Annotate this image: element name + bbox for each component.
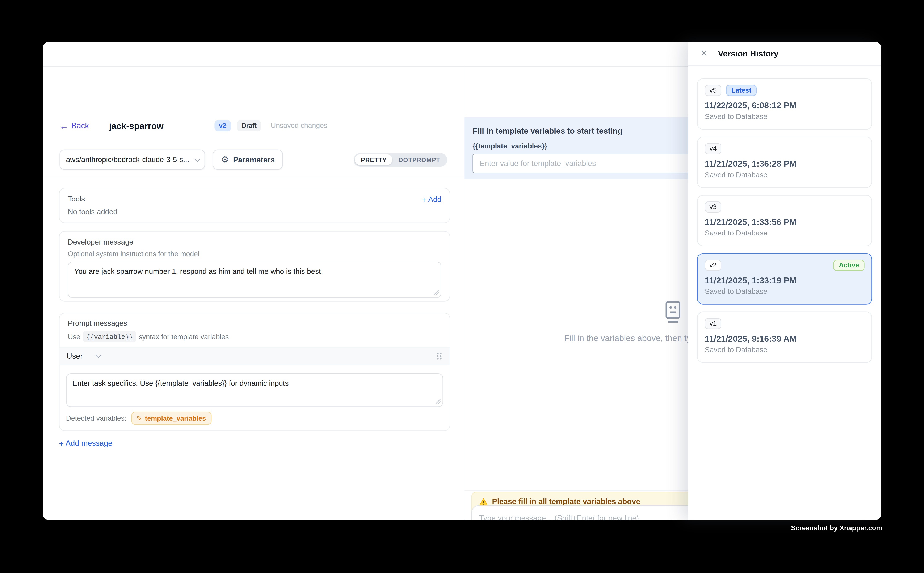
close-icon[interactable]: ✕ [700,49,708,58]
watermark: Screenshot by Xnapper.com [791,524,882,531]
version-number-badge: v4 [705,143,722,155]
version-number-badge: v5 [705,85,722,96]
version-card[interactable]: v5Latest11/22/2025, 6:08:12 PMSaved to D… [697,78,872,130]
version-card[interactable]: v411/21/2025, 1:36:28 PMSaved to Databas… [697,137,872,188]
prompt-messages-title: Prompt messages [68,319,441,328]
back-label: Back [71,121,89,130]
version-timestamp: 11/21/2025, 9:16:39 AM [705,334,864,343]
developer-message-card: Developer message Optional system instru… [59,231,450,302]
detected-variables-label: Detected variables: [66,414,126,422]
warning-title: Please fill in all template variables ab… [492,497,640,506]
version-number-badge: v1 [705,318,722,329]
version-status: Saved to Database [705,287,864,296]
version-card[interactable]: v311/21/2025, 1:33:56 PMSaved to Databas… [697,195,872,246]
tools-title: Tools [68,195,85,204]
model-selector[interactable]: aws/anthropic/bedrock-claude-3-5-s... [60,150,205,170]
screenshot-stage: ← Back jack-sparrow v2 Draft Unsaved cha… [0,0,924,573]
variable-syntax-chip: {{variable}} [83,331,136,342]
version-status: Saved to Database [705,229,864,237]
resize-handle-icon[interactable] [433,289,440,296]
drag-handle-icon[interactable] [436,352,443,360]
version-timestamp: 11/21/2025, 1:33:19 PM [705,276,864,285]
version-timestamp: 11/22/2025, 6:08:12 PM [705,101,864,110]
chevron-down-icon [96,352,102,358]
developer-message-title: Developer message [68,238,441,247]
add-tool-button[interactable]: + Add [422,195,441,204]
tools-card: Tools + Add No tools added [59,188,450,223]
version-card[interactable]: v2Active11/21/2025, 1:33:19 PMSaved to D… [697,253,872,305]
prompt-messages-card: Prompt messages Use {{variable}} syntax … [59,313,450,431]
version-number-badge: v2 [705,260,722,271]
gear-icon: ⚙ [221,155,229,164]
draft-status-badge: Draft [237,120,262,131]
version-badge: v2 [214,120,231,131]
back-button[interactable]: ← Back [60,121,89,130]
version-status: Saved to Database [705,171,864,179]
version-card[interactable]: v111/21/2025, 9:16:39 AMSaved to Databas… [697,312,872,363]
syntax-prefix: Use [68,332,80,341]
toggle-dotprompt[interactable]: DOTPROMPT [393,154,446,165]
plus-icon: + [422,195,427,204]
detected-variables-row: Detected variables: ✎ template_variables [60,407,450,431]
page-title: jack-sparrow [109,121,163,130]
version-history-title: Version History [718,49,778,58]
version-timestamp: 11/21/2025, 1:36:28 PM [705,159,864,169]
detected-variable-name: template_variables [145,415,206,422]
editor-toolbar: aws/anthropic/bedrock-claude-3-5-s... ⚙ … [60,150,447,170]
version-history-drawer: ✕ Version History v5Latest11/22/2025, 6:… [689,42,881,520]
developer-message-subtitle: Optional system instructions for the mod… [68,250,441,258]
version-history-header: ✕ Version History [689,42,881,66]
latest-badge: Latest [726,85,757,96]
warning-triangle-icon [479,498,488,506]
parameters-button[interactable]: ⚙ Parameters [213,150,283,170]
parameters-label: Parameters [233,155,275,164]
chevron-down-icon [195,156,200,162]
version-status: Saved to Database [705,346,864,354]
pencil-icon: ✎ [136,414,142,422]
unsaved-changes-label: Unsaved changes [271,121,327,130]
message-role-header: User [60,348,450,365]
add-message-button[interactable]: + Add message [59,439,450,448]
add-tool-label: Add [428,195,441,204]
prompt-title-row: ← Back jack-sparrow v2 Draft Unsaved cha… [60,118,450,132]
developer-message-input[interactable]: You are jack sparrow number 1, respond a… [68,261,441,298]
role-selector-value: User [67,352,83,360]
syntax-suffix: syntax for template variables [139,332,229,341]
editor-content: Tools + Add No tools added Developer mes… [43,177,464,520]
syntax-hint: Use {{variable}} syntax for template var… [68,331,441,342]
add-message-label: Add message [66,439,112,448]
prompt-editor-pane: ← Back jack-sparrow v2 Draft Unsaved cha… [43,67,464,520]
prompt-message-block: User [60,347,450,431]
resize-handle-icon[interactable] [434,398,441,405]
active-badge: Active [833,260,864,271]
plus-icon: + [59,439,64,447]
toggle-pretty[interactable]: PRETTY [355,154,393,165]
role-selector[interactable]: User [67,352,100,360]
version-number-badge: v3 [705,201,722,213]
tools-empty-text: No tools added [68,208,441,216]
robot-face-icon [662,301,682,323]
model-selector-value: aws/anthropic/bedrock-claude-3-5-s... [66,155,195,164]
user-message-input[interactable]: Enter task specifics. Use {{template_var… [66,373,443,407]
title-badges: v2 Draft Unsaved changes [214,120,327,131]
detected-variable-chip[interactable]: ✎ template_variables [131,412,211,424]
version-timestamp: 11/21/2025, 1:33:56 PM [705,217,864,227]
view-mode-toggle: PRETTY DOTPROMPT [354,153,447,166]
version-list: v5Latest11/22/2025, 6:08:12 PMSaved to D… [689,66,881,375]
back-arrow-icon: ← [60,121,68,130]
version-status: Saved to Database [705,113,864,121]
